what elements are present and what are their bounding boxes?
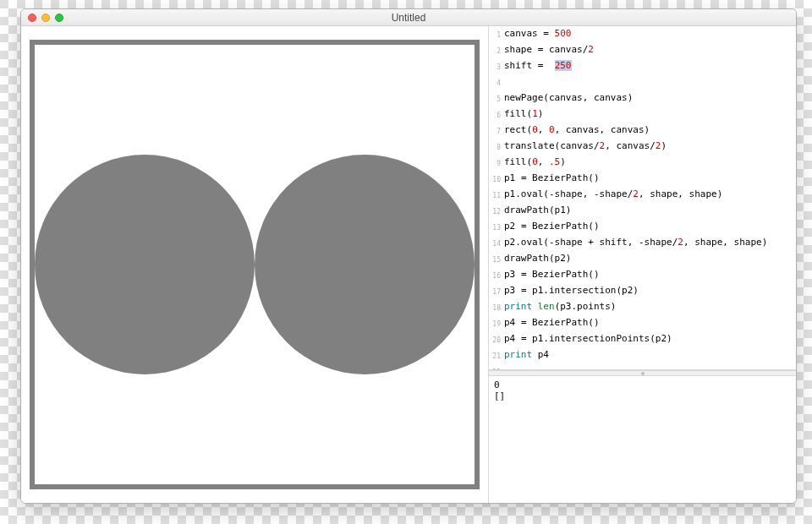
content-area: 1canvas = 5002shape = canvas/23shift = 2… — [21, 26, 796, 503]
code-line[interactable]: 11p1.oval(-shape, -shape/2, shape, shape… — [489, 187, 796, 203]
line-number: 2 — [489, 42, 504, 58]
code-line[interactable]: 10p1 = BezierPath() — [489, 171, 796, 187]
code-line[interactable]: 5newPage(canvas, canvas) — [489, 90, 796, 106]
code-content[interactable]: drawPath(p1) — [504, 203, 571, 217]
code-line[interactable]: 17p3 = p1.intersection(p2) — [489, 283, 796, 299]
code-content[interactable]: fill(0, .5) — [504, 155, 566, 169]
line-number: 10 — [489, 171, 504, 187]
line-number: 18 — [489, 299, 504, 315]
code-content[interactable]: p2.oval(-shape + shift, -shape/2, shape,… — [504, 235, 767, 249]
code-line[interactable]: 12drawPath(p1) — [489, 203, 796, 219]
code-line[interactable]: 9fill(0, .5) — [489, 155, 796, 171]
code-content[interactable]: p3 = p1.intersection(p2) — [504, 283, 639, 297]
line-number: 12 — [489, 203, 504, 219]
code-content[interactable]: p3 = BezierPath() — [504, 267, 600, 281]
code-line[interactable]: 13p2 = BezierPath() — [489, 219, 796, 235]
oval-shape-2 — [255, 155, 475, 374]
code-content[interactable]: print len(p3.points) — [504, 299, 616, 314]
code-line[interactable]: 8translate(canvas/2, canvas/2) — [489, 139, 796, 155]
canvas — [35, 45, 475, 484]
code-content[interactable]: translate(canvas/2, canvas/2) — [504, 139, 667, 153]
line-number: 9 — [489, 155, 504, 171]
code-line[interactable]: 15drawPath(p2) — [489, 251, 796, 267]
code-content[interactable]: newPage(canvas, canvas) — [504, 90, 633, 105]
code-content[interactable]: shift = 250 — [504, 58, 572, 73]
line-number: 6 — [489, 106, 504, 123]
pane-divider[interactable] — [489, 370, 796, 376]
line-number: 3 — [489, 58, 504, 74]
line-number: 22 — [489, 363, 504, 370]
code-content[interactable]: p2 = BezierPath() — [504, 219, 600, 233]
code-content[interactable] — [504, 74, 510, 89]
code-line[interactable]: 18print len(p3.points) — [489, 299, 796, 315]
oval-shape-1 — [35, 155, 255, 374]
code-content[interactable]: p4 = p1.intersectionPoints(p2) — [504, 331, 672, 346]
line-number: 20 — [489, 331, 504, 347]
line-number: 19 — [489, 315, 504, 331]
line-number: 16 — [489, 267, 504, 283]
code-line[interactable]: 2shape = canvas/2 — [489, 42, 796, 58]
code-line[interactable]: 1canvas = 500 — [489, 26, 796, 42]
line-number: 8 — [489, 139, 504, 155]
code-editor[interactable]: 1canvas = 5002shape = canvas/23shift = 2… — [489, 26, 796, 370]
code-line[interactable]: 14p2.oval(-shape + shift, -shape/2, shap… — [489, 235, 796, 251]
canvas-pane — [21, 26, 489, 503]
code-line[interactable]: 21print p4 — [489, 347, 796, 363]
maximize-icon[interactable] — [55, 14, 63, 22]
line-number: 13 — [489, 219, 504, 235]
code-content[interactable]: rect(0, 0, canvas, canvas) — [504, 123, 650, 137]
line-number: 1 — [489, 26, 504, 42]
code-line[interactable]: 6fill(1) — [489, 106, 796, 123]
line-number: 17 — [489, 283, 504, 299]
code-line[interactable]: 22 — [489, 363, 796, 370]
canvas-border — [30, 40, 480, 489]
window-title: Untitled — [21, 12, 796, 24]
line-number: 15 — [489, 251, 504, 267]
app-window: Untitled 1canvas = 5002shape = canvas/23… — [20, 8, 797, 504]
code-line[interactable]: 19p4 = BezierPath() — [489, 315, 796, 331]
code-line[interactable]: 3shift = 250 — [489, 58, 796, 74]
code-content[interactable]: canvas = 500 — [504, 26, 571, 41]
code-line[interactable]: 20p4 = p1.intersectionPoints(p2) — [489, 331, 796, 347]
code-content[interactable] — [504, 363, 510, 370]
line-number: 5 — [489, 90, 504, 106]
close-icon[interactable] — [28, 14, 36, 22]
code-line[interactable]: 7rect(0, 0, canvas, canvas) — [489, 123, 796, 139]
code-content[interactable]: drawPath(p2) — [504, 251, 571, 265]
code-content[interactable]: print p4 — [504, 347, 549, 362]
code-content[interactable]: p4 = BezierPath() — [504, 315, 600, 330]
code-line[interactable]: 16p3 = BezierPath() — [489, 267, 796, 283]
code-content[interactable]: p1.oval(-shape, -shape/2, shape, shape) — [504, 187, 722, 201]
line-number: 7 — [489, 123, 504, 139]
code-content[interactable]: p1 = BezierPath() — [504, 171, 600, 185]
code-content[interactable]: fill(1) — [504, 106, 543, 121]
output-console[interactable]: 0 [] — [489, 376, 796, 503]
line-number: 21 — [489, 347, 504, 363]
traffic-lights — [28, 14, 63, 22]
code-content[interactable]: shape = canvas/2 — [504, 42, 594, 57]
titlebar[interactable]: Untitled — [21, 9, 796, 26]
line-number: 4 — [489, 74, 504, 90]
minimize-icon[interactable] — [41, 14, 50, 22]
line-number: 14 — [489, 235, 504, 251]
code-line[interactable]: 4 — [489, 74, 796, 90]
line-number: 11 — [489, 187, 504, 203]
right-pane: 1canvas = 5002shape = canvas/23shift = 2… — [489, 26, 796, 503]
